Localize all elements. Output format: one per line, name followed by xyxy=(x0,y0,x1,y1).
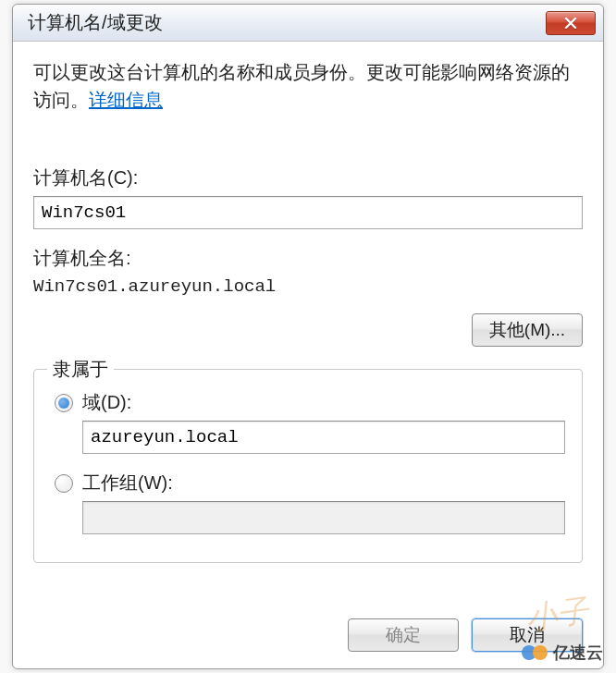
ok-button[interactable]: 确定 xyxy=(348,618,459,652)
more-button-row: 其他(M)... xyxy=(33,313,583,347)
workgroup-radio[interactable] xyxy=(55,474,73,493)
full-computer-name-label: 计算机全名: xyxy=(33,246,583,271)
member-of-groupbox: 隶属于 域(D): 工作组(W): xyxy=(33,369,583,563)
more-button[interactable]: 其他(M)... xyxy=(472,313,583,347)
full-computer-name-value: Win7cs01.azureyun.local xyxy=(33,276,583,297)
member-of-title: 隶属于 xyxy=(47,357,114,382)
close-button[interactable] xyxy=(546,11,596,35)
computer-name-domain-dialog: 计算机名/域更改 可以更改这台计算机的名称和成员身份。更改可能影响网络资源的访问… xyxy=(12,4,604,669)
details-link[interactable]: 详细信息 xyxy=(89,90,163,110)
domain-radio-label: 域(D): xyxy=(82,390,131,415)
computer-name-label: 计算机名(C): xyxy=(33,165,583,190)
domain-input[interactable] xyxy=(82,421,565,454)
titlebar: 计算机名/域更改 xyxy=(13,5,603,42)
computer-name-input[interactable] xyxy=(33,196,583,229)
watermark-icon xyxy=(522,645,548,660)
domain-radio[interactable] xyxy=(55,394,73,412)
watermark-text: 亿速云 xyxy=(553,642,603,664)
workgroup-input xyxy=(82,501,565,534)
dialog-button-bar: 确定 取消 xyxy=(13,606,603,668)
close-icon xyxy=(564,18,577,29)
workgroup-radio-label: 工作组(W): xyxy=(82,471,173,496)
workgroup-radio-row: 工作组(W): xyxy=(51,471,565,496)
watermark-logo: 亿速云 xyxy=(522,642,603,664)
dialog-title: 计算机名/域更改 xyxy=(28,10,546,35)
domain-radio-row: 域(D): xyxy=(51,390,565,415)
description-text: 可以更改这台计算机的名称和成员身份。更改可能影响网络资源的访问。详细信息 xyxy=(33,58,583,114)
dialog-content: 可以更改这台计算机的名称和成员身份。更改可能影响网络资源的访问。详细信息 计算机… xyxy=(13,42,603,606)
